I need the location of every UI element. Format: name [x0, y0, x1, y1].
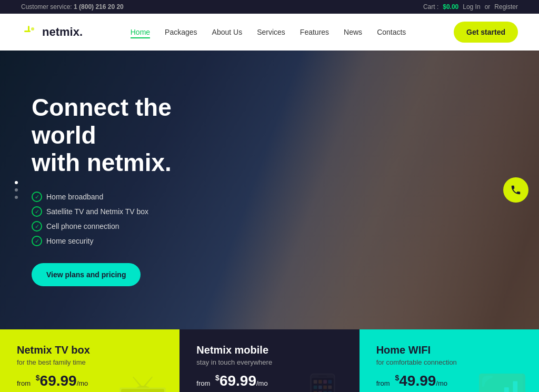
wifi-card-title: Home WIFI — [376, 344, 522, 356]
pricing-card-tv: Netmix TV box for the best family time f… — [0, 329, 179, 392]
dot-2[interactable] — [15, 188, 18, 192]
get-started-button[interactable]: Get started — [454, 22, 518, 43]
check-icon-4: ✓ — [32, 236, 42, 246]
check-icon-1: ✓ — [32, 192, 42, 202]
logo-icon — [21, 24, 38, 41]
view-plans-button[interactable]: View plans and pricing — [32, 263, 141, 286]
phone-icon — [510, 184, 522, 196]
mobile-card-title: Netmix mobile — [196, 344, 342, 356]
phone-button[interactable] — [503, 177, 528, 203]
wifi-bg-icon: 📶 — [476, 372, 528, 392]
or-separator: or — [485, 3, 491, 11]
pricing-card-wifi: Home WIFI for comfortable connection fro… — [360, 329, 539, 392]
nav-item-news[interactable]: News — [344, 27, 362, 37]
tv-card-title: Netmix TV box — [17, 344, 163, 356]
customer-service-phone: 1 (800) 216 20 20 — [74, 3, 124, 11]
login-link[interactable]: Log In — [463, 3, 480, 11]
tv-bg-icon: 📺 — [116, 372, 169, 392]
topbar: Customer service: 1 (800) 216 20 20 Cart… — [0, 0, 539, 14]
feature-item-4: ✓ Home security — [32, 236, 242, 246]
nav-item-about[interactable]: About Us — [212, 27, 243, 37]
customer-service: Customer service: 1 (800) 216 20 20 — [21, 3, 124, 11]
topbar-right: Cart : $0.00 Log In or Register — [423, 3, 518, 11]
mobile-bg-icon: 📱 — [296, 372, 349, 392]
hero-dots — [15, 181, 18, 199]
mobile-card-subtitle: stay in touch everywhere — [196, 358, 342, 366]
wifi-card-subtitle: for comfortable connection — [376, 358, 522, 366]
hero-features-list: ✓ Home broadband ✓ Satellite TV and Netm… — [32, 192, 242, 246]
dot-3[interactable] — [15, 196, 18, 199]
nav-item-home[interactable]: Home — [131, 27, 150, 37]
cart-amount: $0.00 — [443, 3, 458, 11]
feature-item-2: ✓ Satellite TV and Netmix TV box — [32, 206, 242, 217]
logo[interactable]: netmix. — [21, 24, 83, 41]
hero-title: Connect the world with netmix. — [32, 94, 242, 177]
navbar: netmix. Home Packages About Us Services … — [0, 14, 539, 51]
pricing-card-mobile: Netmix mobile stay in touch everywhere f… — [179, 329, 359, 392]
nav-links: Home Packages About Us Services Features… — [131, 27, 406, 37]
feature-item-1: ✓ Home broadband — [32, 192, 242, 202]
nav-item-packages[interactable]: Packages — [165, 27, 197, 37]
nav-item-contacts[interactable]: Contacts — [377, 27, 406, 37]
register-link[interactable]: Register — [494, 3, 518, 11]
pricing-section: Netmix TV box for the best family time f… — [0, 329, 539, 392]
tv-card-subtitle: for the best family time — [17, 358, 163, 366]
nav-item-features[interactable]: Features — [300, 27, 329, 37]
check-icon-3: ✓ — [32, 221, 42, 232]
svg-rect-1 — [24, 31, 31, 32]
logo-text: netmix. — [42, 25, 83, 39]
check-icon-2: ✓ — [32, 206, 42, 217]
cart-label: Cart : — [423, 3, 438, 11]
customer-service-label: Customer service: — [21, 3, 72, 11]
nav-item-services[interactable]: Services — [257, 27, 285, 37]
hero-content: Connect the world with netmix. ✓ Home br… — [0, 94, 274, 287]
hero-section: Connect the world with netmix. ✓ Home br… — [0, 51, 539, 329]
feature-item-3: ✓ Cell phone connection — [32, 221, 242, 232]
dot-1[interactable] — [15, 181, 18, 184]
svg-point-2 — [31, 27, 34, 31]
